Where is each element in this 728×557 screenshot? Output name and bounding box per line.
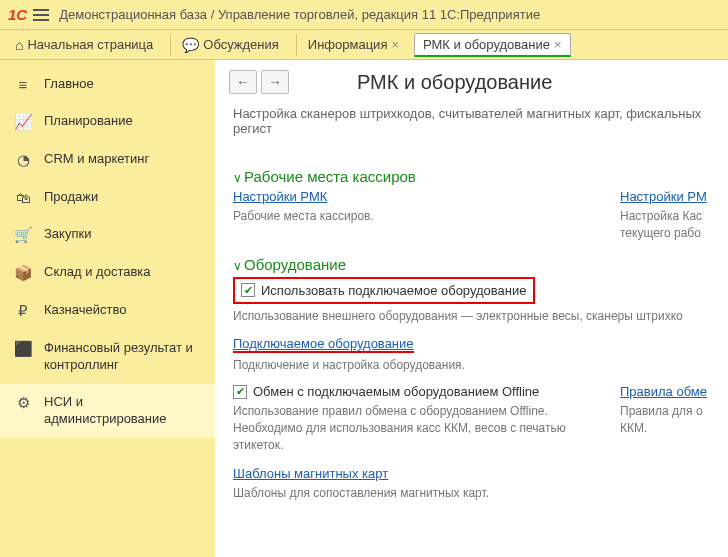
tab-label: Обсуждения [203, 37, 279, 52]
close-icon[interactable]: × [554, 37, 562, 52]
use-equipment-desc: Использование внешнего оборудования — эл… [233, 308, 710, 325]
gear-icon: ⚙ [14, 394, 32, 412]
chart-icon: 📈 [14, 113, 32, 131]
card-templates-desc: Шаблоны для сопоставления магнитных карт… [233, 485, 710, 502]
nav-admin[interactable]: ⚙НСИ и администрирование [0, 384, 215, 438]
nav-warehouse[interactable]: 📦Склад и доставка [0, 254, 215, 292]
main-area: ← → РМК и оборудование Настройка сканеро… [215, 60, 728, 557]
separator [296, 34, 297, 56]
rm-settings-desc: Настройка Кастекущего рабо [620, 208, 710, 242]
highlight-plug-equipment: Подключаемое оборудование [233, 336, 414, 353]
exchange-rules-desc: Правила для оККМ. [620, 403, 710, 437]
chevron-down-icon: ∨ [233, 259, 242, 273]
nav-crm[interactable]: ◔CRM и маркетинг [0, 141, 215, 179]
checkbox-offline[interactable]: ✔ [233, 385, 247, 399]
nav-finance[interactable]: ⬛Финансовый результат и контроллинг [0, 330, 215, 384]
back-button[interactable]: ← [229, 70, 257, 94]
cart-icon: 🛒 [14, 226, 32, 244]
checkbox-use-equipment[interactable]: ✔ [241, 283, 255, 297]
bars-icon: ⬛ [14, 340, 32, 358]
checkbox-label: Использовать подключаемое оборудование [261, 283, 527, 298]
tab-label: Информация [308, 37, 388, 52]
link-plug-equipment[interactable]: Подключаемое оборудование [233, 336, 414, 351]
app-title: Демонстрационная база / Управление торго… [59, 7, 540, 22]
link-card-templates[interactable]: Шаблоны магнитных карт [233, 466, 388, 481]
nav-arrows: ← → [229, 70, 289, 94]
chat-icon: 💬 [182, 37, 199, 53]
checkbox-label: Обмен с подключаемым оборудованием Offli… [253, 384, 539, 399]
sidebar: ≡Главное 📈Планирование ◔CRM и маркетинг … [0, 60, 215, 557]
home-icon: ⌂ [15, 37, 23, 53]
tabbar: ⌂ Начальная страница 💬 Обсуждения Информ… [0, 30, 728, 60]
list-icon: ≡ [14, 76, 32, 93]
highlight-use-equipment: ✔ Использовать подключаемое оборудование [233, 277, 535, 304]
forward-button[interactable]: → [261, 70, 289, 94]
section-equipment-header[interactable]: ∨Оборудование [233, 256, 710, 273]
hamburger-icon[interactable] [33, 9, 49, 21]
close-icon[interactable]: × [391, 37, 399, 52]
tab-rmk[interactable]: РМК и оборудование × [414, 33, 571, 57]
tab-label: Начальная страница [27, 37, 153, 52]
section-cashier-header[interactable]: ∨Рабочие места кассиров [233, 168, 710, 185]
link-rm-settings[interactable]: Настройки РМ [620, 189, 707, 204]
logo-1c: 1C [8, 6, 27, 23]
plug-equipment-desc: Подключение и настройка оборудования. [233, 357, 710, 374]
chevron-down-icon: ∨ [233, 171, 242, 185]
tab-label: РМК и оборудование [423, 37, 550, 52]
nav-purchases[interactable]: 🛒Закупки [0, 216, 215, 254]
tab-info[interactable]: Информация × [299, 33, 408, 57]
nav-main[interactable]: ≡Главное [0, 66, 215, 103]
page-title: РМК и оборудование [357, 71, 552, 94]
tab-discussions[interactable]: 💬 Обсуждения [173, 33, 288, 57]
offline-desc: Использование правил обмена с оборудован… [233, 403, 590, 453]
tab-home[interactable]: ⌂ Начальная страница [6, 33, 162, 57]
box-icon: 📦 [14, 264, 32, 282]
topbar: 1C Демонстрационная база / Управление то… [0, 0, 728, 30]
link-rmk-settings[interactable]: Настройки РМК [233, 189, 327, 204]
coin-icon: ₽ [14, 302, 32, 320]
rmk-settings-desc: Рабочие места кассиров. [233, 208, 590, 225]
separator [170, 34, 171, 56]
bag-icon: 🛍 [14, 189, 32, 206]
pie-icon: ◔ [14, 151, 32, 169]
page-description: Настройка сканеров штрихкодов, считывате… [215, 104, 728, 148]
nav-treasury[interactable]: ₽Казначейство [0, 292, 215, 330]
nav-sales[interactable]: 🛍Продажи [0, 179, 215, 216]
link-exchange-rules[interactable]: Правила обме [620, 384, 707, 399]
nav-planning[interactable]: 📈Планирование [0, 103, 215, 141]
